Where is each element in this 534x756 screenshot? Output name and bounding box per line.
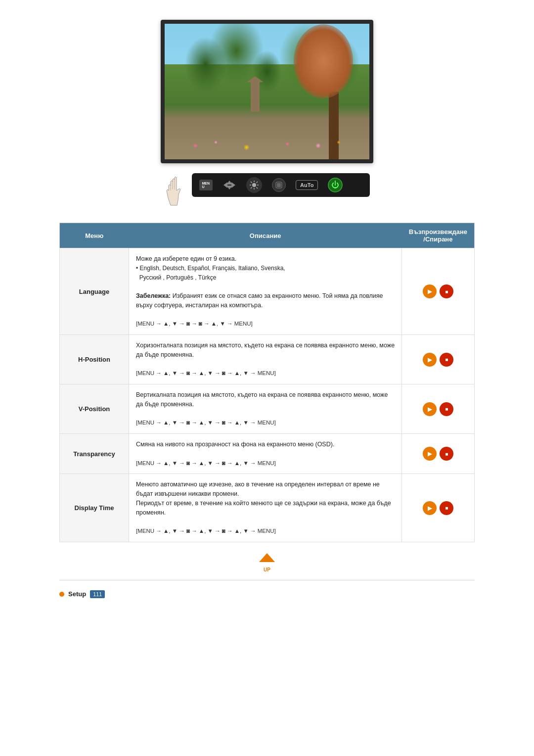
play-stop-vposition: ▶ ■ — [402, 384, 475, 434]
monitor-section: MENU — [59, 20, 475, 208]
desc-transparency: Смяна на нивото на прозрачност на фона н… — [129, 434, 402, 474]
footer-dot-icon — [59, 592, 64, 597]
svg-line-14 — [257, 182, 258, 183]
table-row: Display Time Менюто автоматично ще изчез… — [60, 474, 475, 542]
page-container: MENU — [0, 0, 534, 620]
stop-icon[interactable]: ■ — [440, 447, 453, 461]
menu-label-vposition: V-Position — [60, 384, 129, 434]
svg-line-13 — [257, 188, 258, 189]
footer-divider — [59, 580, 475, 580]
menu-label-language: Language — [60, 248, 129, 335]
stop-icon[interactable]: ■ — [440, 284, 453, 298]
play-stop-displaytime: ▶ ■ — [402, 474, 475, 542]
play-icon[interactable]: ▶ — [423, 284, 437, 298]
info-table: Меню Описание Възпроизвеждане /Спиране L… — [59, 223, 475, 542]
footer-setup-label: Setup — [68, 590, 86, 598]
svg-point-7 — [252, 183, 256, 187]
play-icon[interactable]: ▶ — [423, 501, 437, 515]
desc-displaytime: Менюто автоматично ще изчезне, ако в теч… — [129, 474, 402, 542]
header-play-stop: Възпроизвеждане /Спиране — [402, 223, 475, 248]
stop-icon[interactable]: ■ — [440, 353, 453, 367]
brightness-button[interactable] — [246, 177, 262, 193]
table-row: V-Position Вертикалната позиция на място… — [60, 384, 475, 434]
desc-vposition: Вертикалната позиция на мястото, където … — [129, 384, 402, 434]
monitor-frame — [161, 20, 373, 163]
svg-line-12 — [251, 182, 252, 183]
flowers-decoration — [165, 119, 369, 153]
footer-nav: Setup 111 — [59, 588, 475, 601]
header-menu: Меню — [60, 223, 129, 248]
monitor-screen — [165, 24, 369, 159]
control-bar: MENU — [192, 173, 370, 197]
menu-label-displaytime: Display Time — [60, 474, 129, 542]
table-row: Language Може да изберете един от 9 език… — [60, 248, 475, 335]
play-icon[interactable]: ▶ — [423, 447, 437, 461]
desc-hposition: Хоризонталната позиция на мястото, къдет… — [129, 335, 402, 384]
control-bar-section: MENU — [161, 173, 373, 208]
desc-language: Може да изберете един от 9 езика. • Engl… — [129, 248, 402, 335]
footer-page-badge: 111 — [90, 590, 105, 598]
svg-marker-5 — [223, 182, 227, 188]
pagoda-decoration — [251, 82, 260, 112]
enter-button[interactable] — [272, 178, 286, 192]
tree-canopy — [294, 24, 353, 98]
menu-label-transparency: Transparency — [60, 434, 129, 474]
stop-icon[interactable]: ■ — [440, 501, 453, 515]
svg-marker-18 — [259, 553, 275, 562]
up-arrow-section: UP — [59, 552, 475, 572]
stop-icon[interactable]: ■ — [440, 402, 453, 416]
auto-button[interactable]: AuTo — [296, 180, 318, 190]
table-row: Transparency Смяна на нивото на прозрачн… — [60, 434, 475, 474]
play-stop-transparency: ▶ ■ — [402, 434, 475, 474]
svg-line-15 — [251, 188, 252, 189]
play-stop-hposition: ▶ ■ — [402, 335, 475, 384]
svg-marker-6 — [231, 182, 235, 188]
play-icon[interactable]: ▶ — [423, 353, 437, 367]
menu-button[interactable]: MENU — [199, 180, 213, 190]
menu-label-hposition: H-Position — [60, 335, 129, 384]
table-row: H-Position Хоризонталната позиция на мяс… — [60, 335, 475, 384]
hand-cursor-icon — [161, 176, 188, 208]
up-arrow[interactable]: UP — [257, 552, 277, 572]
svg-rect-17 — [277, 183, 281, 187]
play-stop-language: ▶ ■ — [402, 248, 475, 335]
header-description: Описание — [129, 223, 402, 248]
play-icon[interactable]: ▶ — [423, 402, 437, 416]
power-button[interactable]: ⏻ — [328, 178, 343, 192]
arrow-control[interactable] — [222, 180, 236, 190]
